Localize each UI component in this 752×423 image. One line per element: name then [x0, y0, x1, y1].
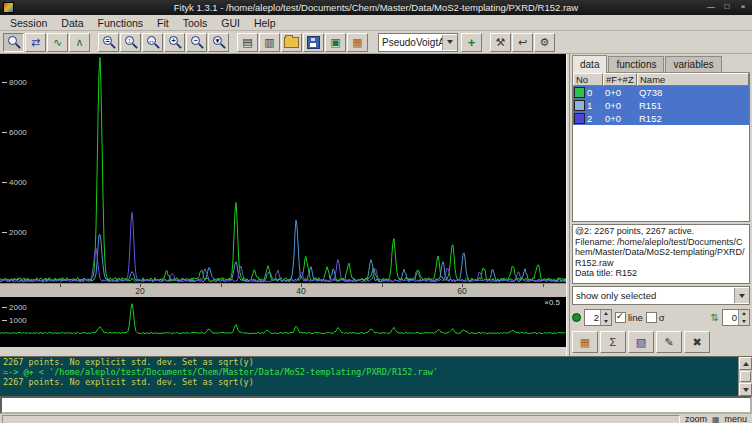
checkbox-unchecked-icon: [646, 312, 657, 323]
scroll-down-icon[interactable]: [739, 383, 752, 396]
copy-icon: ▧: [636, 337, 646, 348]
menu-help[interactable]: Help: [248, 17, 282, 29]
column-header-fz[interactable]: #F+#Z: [603, 73, 637, 86]
y-shift-spinner[interactable]: 0: [722, 309, 750, 326]
console-scrollbar[interactable]: [738, 357, 752, 396]
function-type-value: PseudoVoigtA: [379, 37, 442, 48]
y-tick-label: 8000: [2, 78, 27, 87]
dataset-row-1[interactable]: 1 0+0 R151: [573, 99, 749, 112]
status-menu-label[interactable]: menu: [721, 415, 750, 423]
menu-data[interactable]: Data: [55, 17, 89, 29]
add-function-button[interactable]: +: [461, 33, 482, 52]
status-zoom-label[interactable]: zoom: [682, 415, 710, 423]
menu-functions[interactable]: Functions: [92, 17, 150, 29]
scrollbar-thumb[interactable]: [740, 371, 751, 382]
grid-icon[interactable]: ▦: [712, 415, 720, 423]
dataset-fz: 0+0: [603, 86, 637, 99]
data-table-button[interactable]: ▦: [572, 331, 598, 353]
x-tick-label: 20: [131, 286, 149, 296]
function-type-dropdown[interactable]: PseudoVoigtA: [378, 33, 458, 52]
line-checkbox[interactable]: line: [615, 312, 643, 323]
aux-y-tick-label: 2000: [2, 303, 27, 312]
command-input[interactable]: [0, 396, 752, 414]
output-console[interactable]: 2267 points. No explicit std. dev. Set a…: [0, 356, 752, 396]
data-editor-button[interactable]: ▦: [347, 33, 368, 52]
tab-data[interactable]: data: [572, 55, 607, 73]
column-header-name[interactable]: Name: [637, 73, 749, 86]
zoom-in-icon: +: [168, 35, 182, 49]
aux-y-tick-label: 1000: [2, 316, 27, 325]
output-log-button[interactable]: ▥: [259, 33, 280, 52]
maximize-button[interactable]: □: [721, 1, 733, 13]
window-title: Fityk 1.3.1 - /home/aleplo/test/Document…: [0, 2, 752, 13]
zoom-mode-button[interactable]: [3, 33, 24, 52]
dataset-list: No #F+#Z Name 0 0+0 Q738 1 0+0 R151 2 0+…: [572, 73, 750, 222]
dataset-color-swatch: [574, 87, 585, 98]
dataset-name: R152: [637, 112, 749, 125]
tab-functions[interactable]: functions: [608, 56, 664, 72]
plus-icon: +: [468, 37, 476, 48]
dataset-row-0[interactable]: 0 0+0 Q738: [573, 86, 749, 99]
undo-fit-button[interactable]: ↩: [512, 33, 533, 52]
data-range-mode-button[interactable]: ⇄: [25, 33, 46, 52]
execute-script-button[interactable]: ▤: [237, 33, 258, 52]
y-tick-label: 2000: [2, 228, 27, 237]
gear-icon: ⚙: [540, 37, 550, 48]
x-tick-mark: [382, 284, 383, 287]
fit-run-button[interactable]: ⚒: [490, 33, 511, 52]
point-size-spinner[interactable]: 2: [584, 309, 612, 326]
menu-session[interactable]: Session: [4, 17, 53, 29]
statusbar: zoom ▦ menu: [0, 414, 752, 423]
chevron-down-icon[interactable]: [734, 288, 749, 303]
x-tick-label: 60: [453, 286, 471, 296]
zoom-out-button[interactable]: −: [186, 33, 207, 52]
zoom-all-button[interactable]: =: [98, 33, 119, 52]
export-image-button[interactable]: ▣: [325, 33, 346, 52]
display-controls: 2 line σ ⇅ 0: [572, 307, 750, 328]
window-controls: — □ ×: [705, 1, 749, 13]
open-file-button[interactable]: [281, 33, 302, 52]
spinner-arrows-icon[interactable]: [600, 310, 611, 325]
close-button[interactable]: ×: [737, 1, 749, 13]
chevron-down-icon[interactable]: [442, 35, 457, 50]
main-plot[interactable]: 2000400060008000: [0, 54, 566, 283]
log-icon: ▥: [264, 37, 274, 48]
zoom-vertical-button[interactable]: ↕: [120, 33, 141, 52]
baseline-mode-button[interactable]: ∿: [47, 33, 68, 52]
delete-dataset-button[interactable]: ✖: [684, 331, 710, 353]
dataset-name: Q738: [637, 86, 749, 99]
spinner-arrows-icon[interactable]: [738, 310, 749, 325]
dataset-buttons: ▦ Σ ▧ ✎ ✖: [572, 330, 750, 354]
column-header-no[interactable]: No: [573, 73, 603, 86]
image-icon: ▣: [330, 37, 340, 48]
minimize-button[interactable]: —: [705, 1, 717, 13]
menu-tools[interactable]: Tools: [177, 17, 214, 29]
titlebar[interactable]: Fityk 1.3.1 - /home/aleplo/test/Document…: [0, 0, 752, 15]
copy-dataset-button[interactable]: ▧: [628, 331, 654, 353]
scroll-up-icon[interactable]: [739, 357, 752, 370]
aux-plot-canvas: [0, 297, 566, 347]
settings-button[interactable]: ⚙: [534, 33, 555, 52]
dataset-table-header: No #F+#Z Name: [573, 73, 749, 86]
dataset-row-2[interactable]: 2 0+0 R152: [573, 112, 749, 125]
tab-variables[interactable]: variables: [665, 56, 721, 72]
save-session-button[interactable]: [303, 33, 324, 52]
add-peak-mode-button[interactable]: ∧: [69, 33, 90, 52]
transform-dataset-button[interactable]: ✎: [656, 331, 682, 353]
dataset-filename: Filename: /home/aleplo/test/Documents/Ch…: [575, 237, 747, 269]
script-icon: ▤: [242, 37, 252, 48]
sigma-checkbox[interactable]: σ: [646, 312, 665, 323]
zoom-horizontal-button[interactable]: ↔: [142, 33, 163, 52]
auxiliary-plot[interactable]: 10002000 ×0.5: [0, 297, 566, 347]
menu-fit[interactable]: Fit: [151, 17, 175, 29]
sum-datasets-button[interactable]: Σ: [600, 331, 626, 353]
previous-zoom-button[interactable]: ▾: [208, 33, 229, 52]
previous-zoom-icon: ▾: [212, 35, 226, 49]
filter-dropdown[interactable]: show only selected: [572, 286, 750, 305]
line-checkbox-label: line: [628, 312, 643, 323]
menu-gui[interactable]: GUI: [215, 17, 246, 29]
toolbar: ⇄ ∿ ∧ = ↕ ↔ + − ▾ ▤ ▥ ▣ ▦ PseudoVoigtA +…: [0, 31, 752, 54]
dataset-list-empty-area[interactable]: [573, 125, 749, 221]
menubar: Session Data Functions Fit Tools GUI Hel…: [0, 15, 752, 31]
zoom-in-button[interactable]: +: [164, 33, 185, 52]
